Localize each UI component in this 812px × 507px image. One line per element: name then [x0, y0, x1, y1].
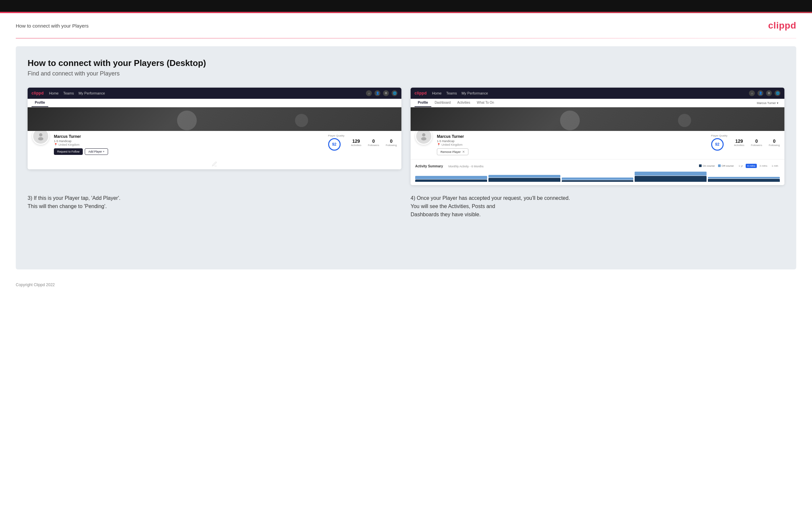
- add-player-button[interactable]: Add Player +: [85, 148, 108, 155]
- right-stat-activities: 129 Activities: [734, 138, 744, 147]
- banner-blob-1: [177, 111, 197, 130]
- right-nav-teams[interactable]: Teams: [446, 91, 457, 95]
- left-nav-links: Home Teams My Performance: [49, 91, 361, 95]
- close-icon: ✕: [462, 150, 465, 154]
- right-nav-home[interactable]: Home: [432, 91, 442, 95]
- off-course-label: Off course: [722, 164, 734, 167]
- screenshot-right-box: clippd Home Teams My Performance ⌕ 👤 ⚙ 🌐: [411, 88, 784, 185]
- globe-icon[interactable]: 🌐: [392, 90, 398, 96]
- right-tab-what-to-on[interactable]: What To On: [474, 99, 498, 107]
- legend-on-course: On course: [699, 164, 715, 167]
- right-tab-activities[interactable]: Activities: [454, 99, 473, 107]
- chart-group-2: [489, 175, 560, 182]
- left-quality-wrap: Player Quality 92: [328, 134, 345, 151]
- time-1yr-btn[interactable]: 1 yr: [737, 164, 745, 168]
- svg-point-3: [421, 137, 426, 140]
- remove-player-button[interactable]: Remove Player ✕: [437, 148, 468, 155]
- header-title: How to connect with your Players: [16, 23, 89, 29]
- left-screenshot-fade: [28, 159, 401, 169]
- right-search-icon[interactable]: ⌕: [749, 90, 755, 96]
- left-stat-activities: 129 Activities: [351, 138, 361, 147]
- right-banner-blob-2: [678, 114, 691, 127]
- right-activity-header: Activity Summary Monthly Activity - 6 Mo…: [415, 163, 780, 169]
- right-player-handicap: 1-5 Handicap: [437, 139, 707, 143]
- screenshot-left-box: clippd Home Teams My Performance ⌕ 👤 ⚙ 🌐: [28, 88, 401, 169]
- right-tab-profile[interactable]: Profile: [414, 99, 431, 107]
- user-icon[interactable]: 👤: [374, 90, 380, 96]
- left-profile-area: Marcus Turner 1-5 Handicap 📍 United King…: [28, 131, 401, 159]
- left-nav-logo: clippd: [32, 91, 44, 96]
- bar-oncourse-4: [635, 176, 707, 182]
- left-stat-following: 0 Following: [386, 138, 397, 147]
- left-stat-followers: 0 Followers: [368, 138, 379, 147]
- page-heading: How to connect with your Players (Deskto…: [28, 58, 784, 68]
- left-player-name: Marcus Turner: [54, 134, 323, 139]
- bar-offcourse-3: [562, 177, 633, 180]
- right-dropdown[interactable]: Marcus Turner ▾: [757, 101, 780, 105]
- right-activity-left: Activity Summary Monthly Activity - 6 Mo…: [415, 163, 484, 169]
- pen-icon: [208, 158, 221, 169]
- screenshot-right-col: clippd Home Teams My Performance ⌕ 👤 ⚙ 🌐: [411, 88, 784, 185]
- svg-point-1: [38, 137, 43, 140]
- left-banner: [28, 107, 401, 131]
- chart-group-3: [562, 177, 633, 182]
- time-6mths-btn[interactable]: 6 mths: [746, 164, 757, 168]
- copyright: Copyright Clippd 2022: [16, 283, 55, 287]
- right-nav-my-performance[interactable]: My Performance: [461, 91, 488, 95]
- logo: clippd: [768, 20, 796, 31]
- screenshots-row: clippd Home Teams My Performance ⌕ 👤 ⚙ 🌐: [28, 88, 784, 185]
- page-subheading: Find and connect with your Players: [28, 70, 784, 77]
- right-location-pin-icon: 📍: [437, 143, 441, 146]
- right-player-location: 📍 United Kingdom: [437, 143, 707, 146]
- chart-group-5: [708, 177, 780, 182]
- time-3mths-btn[interactable]: 3 mths: [758, 164, 769, 168]
- right-chart: [415, 171, 780, 182]
- main-content: How to connect with your Players (Deskto…: [16, 46, 796, 269]
- left-nav-my-performance[interactable]: My Performance: [79, 91, 105, 95]
- right-stat-followers: 0 Followers: [751, 138, 762, 147]
- right-settings-icon[interactable]: ⚙: [766, 90, 772, 96]
- right-quality-label: Player Quality: [711, 134, 727, 137]
- right-globe-icon[interactable]: 🌐: [774, 90, 780, 96]
- right-activity-controls: On course Off course 1 yr 6 mths 3: [699, 164, 780, 168]
- search-icon[interactable]: ⌕: [366, 90, 372, 96]
- bar-oncourse-5: [708, 179, 780, 182]
- right-activity-title: Activity Summary: [415, 164, 443, 168]
- svg-point-2: [422, 133, 425, 136]
- captions-row: 3) If this is your Player tap, 'Add Play…: [28, 194, 784, 219]
- left-nav-home[interactable]: Home: [49, 91, 58, 95]
- bar-offcourse-4: [635, 172, 707, 176]
- right-dropdown-label: Marcus Turner: [757, 101, 776, 105]
- bar-oncourse-1: [415, 179, 487, 182]
- settings-icon[interactable]: ⚙: [383, 90, 389, 96]
- caption-left: 3) If this is your Player tap, 'Add Play…: [28, 194, 401, 211]
- right-player-name: Marcus Turner: [437, 134, 707, 139]
- svg-point-0: [39, 133, 42, 136]
- left-player-buttons: Request to Follow Add Player +: [54, 148, 323, 155]
- bar-oncourse-2: [489, 178, 560, 182]
- request-follow-button[interactable]: Request to Follow: [54, 148, 83, 155]
- left-quality-circle: 92: [328, 138, 341, 151]
- right-user-icon[interactable]: 👤: [757, 90, 763, 96]
- bar-offcourse-2: [489, 175, 560, 177]
- on-course-dot: [699, 164, 702, 167]
- time-1mth-btn[interactable]: 1 mth: [770, 164, 780, 168]
- top-bar: [0, 0, 812, 12]
- header: How to connect with your Players clippd: [0, 13, 812, 38]
- chart-group-4: [635, 172, 707, 182]
- left-nav-teams[interactable]: Teams: [63, 91, 73, 95]
- location-pin-icon: 📍: [54, 143, 57, 146]
- right-nav-logo: clippd: [414, 91, 427, 96]
- right-time-buttons: 1 yr 6 mths 3 mths 1 mth: [737, 164, 780, 168]
- left-tab-profile[interactable]: Profile: [32, 99, 48, 107]
- right-profile-area: Marcus Turner 1-5 Handicap 📍 United King…: [411, 131, 784, 159]
- left-player-handicap: 1-5 Handicap: [54, 139, 323, 143]
- right-tab-dashboard[interactable]: Dashboard: [431, 99, 454, 107]
- left-nav-icons: ⌕ 👤 ⚙ 🌐: [366, 90, 398, 96]
- left-app-nav: clippd Home Teams My Performance ⌕ 👤 ⚙ 🌐: [28, 88, 401, 99]
- right-activity-summary: Activity Summary Monthly Activity - 6 Mo…: [411, 159, 784, 185]
- right-quality-wrap: Player Quality 92: [711, 134, 727, 151]
- chart-group-1: [415, 176, 487, 182]
- right-stats-row: Player Quality 92 129 Activities 0 Follo…: [711, 134, 780, 151]
- caption-right: 4) Once your Player has accepted your re…: [411, 194, 784, 219]
